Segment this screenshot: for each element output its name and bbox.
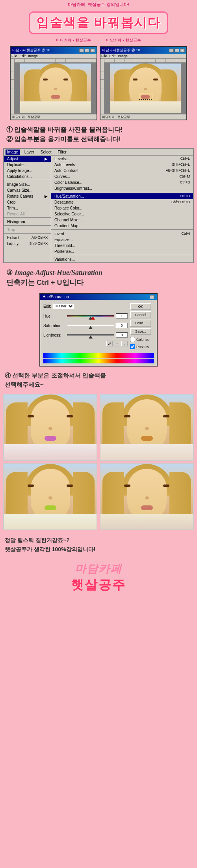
photo-box-2 <box>100 394 194 461</box>
ps-maximize-btn-1[interactable]: □ <box>85 49 89 52</box>
hue-load-btn[interactable]: Load... <box>130 320 151 327</box>
menu-calculations[interactable]: Calculations... <box>4 174 51 180</box>
preview-row: Preview <box>130 344 154 349</box>
ps-canvas-1 <box>11 63 97 114</box>
menu-variations[interactable]: Variations... <box>51 256 193 262</box>
menu-rotate-canvas[interactable]: Rotate Canvas▶ <box>4 193 51 199</box>
main-title: 입술색을 바꿔봅시다 <box>29 11 169 34</box>
menu-left-col: Adjust▶ Duplicate... Apply Image... Calc… <box>4 156 51 262</box>
ps-close-btn-2[interactable]: × <box>180 49 185 52</box>
final-text: 정말 립스틱 칠한거같죠~? 햇살공주가 생각한 100%강의입니다! <box>0 533 197 555</box>
canvas-inner-1 <box>15 63 97 114</box>
menu-curves[interactable]: Curves...Ctrl+M <box>51 174 193 180</box>
hue-dialog-body: Edit: Master Hue: 1 Saturation: <box>40 300 157 352</box>
hue-save-btn[interactable]: Save... <box>130 328 151 335</box>
hue-dialog-titlebar: Hue/Saturation × <box>40 294 157 300</box>
hue-saturation-dialog: Hue/Saturation × Edit: Master Hue: 1 <box>39 293 158 367</box>
menu-color-balance[interactable]: Color Balance...Ctrl+B <box>51 180 193 185</box>
menu-liquify[interactable]: Liquify...Shft+Ctrl+X <box>4 241 51 247</box>
menu-item-filter[interactable]: Filter <box>56 150 68 155</box>
eyedropper-icon-2[interactable]: + <box>114 341 120 346</box>
menu-duplicate[interactable]: Duplicate... <box>4 162 51 168</box>
menu-crop[interactable]: Crop <box>4 199 51 205</box>
colorize-row: Colorize <box>130 337 154 342</box>
ruler-top-2 <box>100 59 186 63</box>
menu-histogram[interactable]: Histogram... <box>4 219 51 225</box>
portrait-3 <box>4 395 97 460</box>
top-banner: 마담카페- 햇살공주 강의입니다! <box>0 0 197 8</box>
eyedropper-icon-3[interactable]: - <box>121 341 128 346</box>
menu-trap: Trap... <box>4 227 51 233</box>
lightness-value[interactable]: 0 <box>116 332 128 338</box>
ps-statusbar-2: 마담카페 · 햇살공주 <box>100 114 186 120</box>
hue-icons-row: 🖊 + - <box>43 341 128 346</box>
lightness-row: Lightness: 0 <box>43 331 128 339</box>
hue-dialog-close[interactable]: × <box>150 295 154 299</box>
photo-box-3 <box>3 463 97 530</box>
menu-equalize[interactable]: Equalize... <box>51 237 193 243</box>
saturation-value[interactable]: 0 <box>116 323 128 328</box>
portrait-6 <box>100 464 193 529</box>
hue-slider[interactable] <box>67 312 114 320</box>
bottom-logo: 마담카페 햇살공주 <box>0 555 197 602</box>
menu-threshold[interactable]: Threshold... <box>51 243 193 249</box>
menu-levels[interactable]: Levels...Ctrl+L <box>51 156 193 162</box>
menu-reveal-all: Reveal All <box>4 211 51 217</box>
colorize-checkbox[interactable] <box>130 337 135 342</box>
ps-minimize-btn-1[interactable]: _ <box>79 49 84 52</box>
ps-close-btn-1[interactable]: × <box>90 49 95 52</box>
ps-statusbar-1: 마담카페 · 햇살공주 <box>11 114 97 120</box>
hue-edit-select[interactable]: Master <box>53 303 74 309</box>
eyedropper-icon-1[interactable]: 🖊 <box>106 341 113 346</box>
menu-selective-color[interactable]: Selective Color... <box>51 211 193 217</box>
logo-madam: 마담카페 <box>0 561 197 576</box>
menu-desaturate[interactable]: DesaturateShft+Ctrl+U <box>51 199 193 205</box>
hue-ok-btn[interactable]: OK <box>130 303 151 310</box>
hue-dialog-left: Edit: Master Hue: 1 Saturation: <box>43 303 128 349</box>
ps-window-1: 마담카페햇살공주 @ 10... _ □ × File Edit Image <box>10 46 97 120</box>
menu-canvas-size[interactable]: Canvas Size... <box>4 187 51 193</box>
step-4-text: ④ 선택한 부분은 조절하셔서 입술색을 선택해주세요~ <box>0 369 197 391</box>
four-photos-grid <box>0 391 197 533</box>
menu-channel-mixer[interactable]: Channel Mixer... <box>51 217 193 223</box>
title-area: 입술색을 바꿔봅시다 <box>0 8 197 37</box>
menu-invert[interactable]: InvertCtrl+I <box>51 231 193 237</box>
menu-extract[interactable]: Extract...Alt+Ctrl+X <box>4 235 51 241</box>
menu-screenshot: Image Layer Select Filter Adjust▶ Duplic… <box>3 148 194 263</box>
top-banner-text: 마담카페- 햇살공주 강의입니다! <box>68 2 129 7</box>
menu-auto-contrast[interactable]: Auto ContrastAlt+Shft+Ctrl+L <box>51 168 193 174</box>
menu-item-select[interactable]: Select <box>39 150 53 155</box>
preview-checkbox[interactable] <box>130 344 135 349</box>
hue-value[interactable]: 1 <box>116 313 128 319</box>
hue-cancel-btn[interactable]: Cancel <box>130 311 151 318</box>
menu-gradient-map[interactable]: Gradient Map... <box>51 223 193 229</box>
ruler-top-1 <box>11 59 97 63</box>
ps-maximize-btn-2[interactable]: □ <box>175 49 179 52</box>
lightness-slider[interactable] <box>67 331 114 339</box>
ps-titlebar-1: 마담카페햇살공주 @ 10... _ □ × <box>11 47 97 54</box>
menu-replace-color[interactable]: Replace Color... <box>51 205 193 211</box>
menu-posterize[interactable]: Posterize... <box>51 249 193 254</box>
ps-minimize-btn-2[interactable]: _ <box>169 49 174 52</box>
menu-item-image[interactable]: Image <box>6 150 20 155</box>
menu-auto-levels[interactable]: Auto LevelsShft+Ctrl+L <box>51 162 193 168</box>
saturation-slider[interactable] <box>67 322 114 329</box>
menu-image-size[interactable]: Image Size... <box>4 181 51 187</box>
portrait-2 <box>110 64 181 113</box>
portrait-1 <box>20 64 91 113</box>
hue-edit-row: Edit: Master <box>43 303 128 309</box>
ruler-v-2 <box>100 63 104 114</box>
menu-hue-saturation[interactable]: Hue/Saturation...Ctrl+U <box>51 193 193 199</box>
menu-brightness-contrast[interactable]: Brightness/Contrast... <box>51 185 193 191</box>
step-1-text: ① 입술색깔을 바꿔줄 사진을 불러옵니다! ② 입술부분을 올가미툴로 선택해… <box>0 123 197 146</box>
hue-gradient-bar-1 <box>43 353 154 358</box>
ps-titlebar-btns-2: _ □ × <box>169 49 185 52</box>
menu-adjust[interactable]: Adjust▶ <box>4 156 51 162</box>
menu-item-layer[interactable]: Layer <box>23 150 36 155</box>
ps-window-2: 마담카페햇살공주 @ 10... _ □ × File Edit Image <box>100 46 187 120</box>
saturation-row: Saturation: 0 <box>43 322 128 329</box>
hue-row: Hue: 1 <box>43 312 128 320</box>
menu-trim[interactable]: Trim... <box>4 205 51 211</box>
ps-menubar-1: File Edit Image <box>11 54 97 59</box>
menu-apply-image[interactable]: Apply Image... <box>4 168 51 174</box>
